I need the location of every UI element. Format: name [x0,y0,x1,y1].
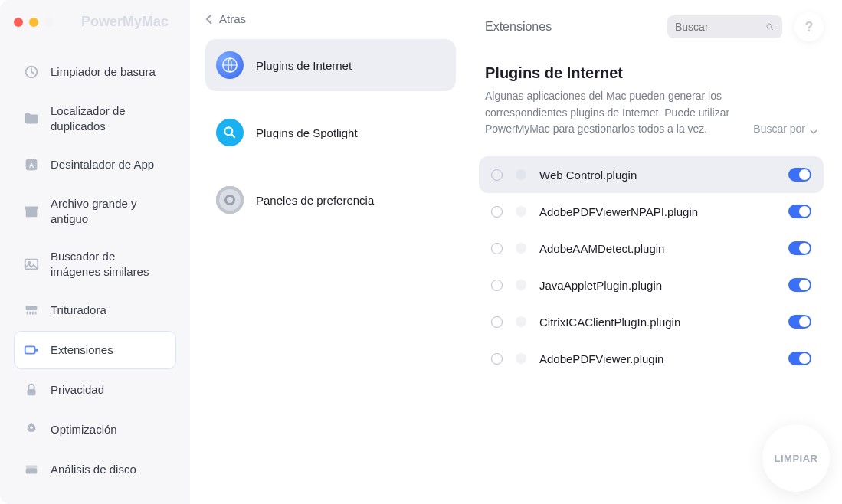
sidebar-item-similar-images[interactable]: Buscador de imágenes similares [14,238,176,290]
window-minimize-icon[interactable] [29,18,38,27]
toggle-switch[interactable] [788,168,811,182]
category-internet-plugins[interactable]: Plugins de Internet [205,39,456,91]
radio-button[interactable] [491,243,503,254]
plugin-icon [513,167,529,182]
toggle-switch[interactable] [788,205,811,218]
svg-point-11 [30,426,33,429]
box-icon [23,203,40,220]
plugin-row[interactable]: CitrixICAClientPlugIn.plugin [479,303,824,340]
window-close-icon[interactable] [14,18,23,27]
plugin-row[interactable]: AdobeAAMDetect.plugin [479,230,824,267]
svg-point-15 [224,127,232,135]
svg-rect-7 [26,306,38,311]
plugin-row[interactable]: JavaAppletPlugin.plugin [479,267,824,303]
breadcrumb: Extensiones [485,20,655,34]
search-icon [216,119,244,146]
plugin-row[interactable]: AdobePDFViewerNPAPI.plugin [479,193,824,230]
window-zoom-icon[interactable] [44,18,54,27]
target-icon [216,186,244,214]
chevron-left-icon [205,14,213,25]
toggle-switch[interactable] [788,315,811,329]
broom-icon [23,64,40,80]
folder-icon [23,110,40,127]
app-title: PowerMyMac [81,14,169,30]
image-icon [23,256,40,273]
sidebar-item-label: Privacidad [51,382,104,398]
rocket-icon [23,421,40,438]
clean-button[interactable]: LIMPIAR [762,424,830,492]
sidebar-item-label: Localizador de duplicados [51,103,167,133]
toggle-switch[interactable] [788,278,811,292]
back-button[interactable]: Atras [205,8,456,39]
sort-label: Buscar por [753,123,805,135]
sidebar-item-junk-cleaner[interactable]: Limpiador de basura [14,53,176,91]
radio-button[interactable] [491,280,503,291]
globe-icon [216,51,244,79]
sort-by-button[interactable]: Buscar por [753,64,817,138]
category-list: Plugins de Internet Plugins de Spotlight… [205,39,456,226]
radio-button[interactable] [491,353,503,365]
content-header: Plugins de Internet Algunas aplicaciones… [479,54,824,142]
svg-rect-3 [26,208,38,217]
sidebar-item-disk-analysis[interactable]: Análisis de disco [14,450,176,489]
plugin-name: AdobePDFViewer.plugin [539,352,778,365]
plugin-icon [513,241,529,256]
help-button[interactable]: ? [794,12,824,41]
sidebar-item-label: Análisis de disco [51,462,136,477]
plugin-name: CitrixICAClientPlugIn.plugin [539,316,778,329]
sidebar-item-extensions[interactable]: Extensiones [14,331,176,369]
category-preference-panes[interactable]: Paneles de preferencia [205,174,456,226]
search-input[interactable] [675,21,759,33]
plugin-list: Web Control.plugin AdobePDFViewerNPAPI.p… [479,156,824,377]
svg-rect-9 [35,349,38,352]
extension-icon [23,342,40,358]
plugin-name: Web Control.plugin [539,169,778,182]
search-box[interactable] [667,15,782,38]
toggle-switch[interactable] [788,352,811,365]
lock-icon [23,381,40,398]
plugin-row[interactable]: AdobePDFViewer.plugin [479,340,824,377]
svg-point-16 [767,24,772,28]
category-spotlight-plugins[interactable]: Plugins de Spotlight [205,106,456,159]
search-icon [765,21,775,32]
sidebar-item-label: Optimización [51,422,117,437]
sidebar-item-privacy[interactable]: Privacidad [14,371,176,409]
back-label: Atras [219,12,246,25]
svg-rect-10 [28,389,36,395]
toggle-switch[interactable] [788,241,811,255]
sidebar-item-shredder[interactable]: Trituradora [14,291,176,329]
category-column: Atras Plugins de Internet Plugins de Spo… [190,0,471,504]
sidebar-item-large-old[interactable]: Archivo grande y antiguo [14,185,176,237]
sidebar-item-label: Trituradora [51,303,106,318]
sidebar-item-optimization[interactable]: Optimización [14,411,176,449]
radio-button[interactable] [491,169,503,181]
plugin-name: AdobeAAMDetect.plugin [539,242,778,255]
radio-button[interactable] [491,206,503,218]
svg-rect-4 [25,206,38,209]
plugin-icon [513,351,529,366]
sidebar-nav: Limpiador de basura Localizador de dupli… [0,38,190,496]
plugin-name: AdobePDFViewerNPAPI.plugin [539,205,778,218]
window-controls: PowerMyMac [0,8,190,38]
content-column: Extensiones ? Plugins de Internet Alguna… [471,0,842,504]
category-label: Paneles de preferencia [256,194,374,207]
plugin-icon [513,204,529,219]
sidebar-item-label: Desintalador de App [51,157,154,172]
plugin-icon [513,277,529,293]
disk-icon [23,461,40,478]
sidebar-item-label: Buscador de imágenes similares [51,249,167,279]
sidebar-item-label: Archivo grande y antiguo [51,196,167,226]
sidebar-item-uninstaller[interactable]: A Desintalador de App [14,146,176,184]
svg-rect-13 [26,466,38,469]
plugin-row[interactable]: Web Control.plugin [479,156,824,193]
sidebar: PowerMyMac Limpiador de basura Localizad… [0,0,190,504]
shredder-icon [23,302,40,319]
content-title: Plugins de Internet [485,64,753,82]
svg-rect-8 [25,346,35,353]
plugin-icon [513,314,529,329]
sidebar-item-duplicate-finder[interactable]: Localizador de duplicados [14,93,176,144]
radio-button[interactable] [491,316,503,328]
sidebar-item-label: Extensiones [51,342,113,358]
sidebar-item-label: Limpiador de basura [51,64,156,80]
content-topbar: Extensiones ? [479,8,824,54]
